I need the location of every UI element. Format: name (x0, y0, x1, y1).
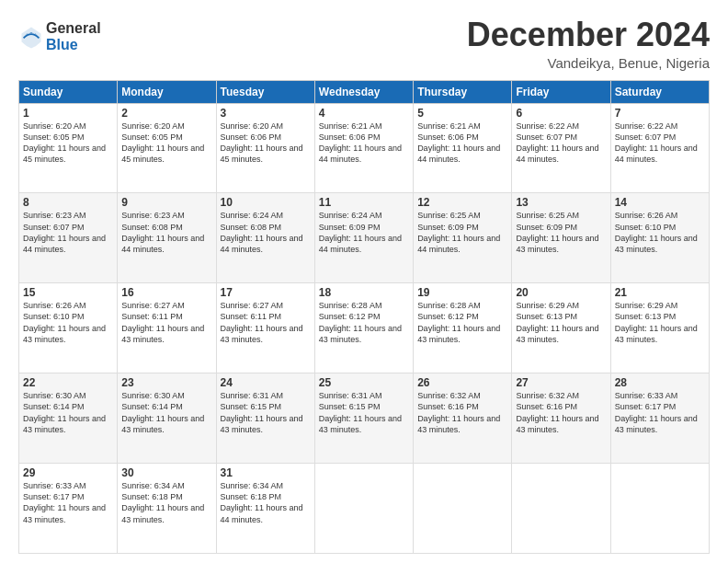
cell-info: Sunrise: 6:29 AMSunset: 6:13 PMDaylight:… (516, 301, 598, 343)
day-number: 25 (319, 376, 409, 389)
cell-info: Sunrise: 6:26 AMSunset: 6:10 PMDaylight:… (23, 301, 106, 343)
cell-info: Sunrise: 6:25 AMSunset: 6:09 PMDaylight:… (417, 211, 500, 253)
day-number: 28 (615, 376, 705, 389)
logo: General Blue (18, 20, 101, 52)
table-row: 25 Sunrise: 6:31 AMSunset: 6:15 PMDaylig… (314, 373, 413, 464)
table-row: 3 Sunrise: 6:20 AMSunset: 6:06 PMDayligh… (216, 103, 314, 193)
day-number: 6 (516, 107, 606, 120)
table-row: 16 Sunrise: 6:27 AMSunset: 6:11 PMDaylig… (118, 283, 216, 373)
day-number: 22 (23, 376, 113, 389)
day-number: 1 (23, 107, 113, 120)
day-number: 23 (121, 376, 211, 389)
table-row: 20 Sunrise: 6:29 AMSunset: 6:13 PMDaylig… (512, 283, 610, 373)
cell-info: Sunrise: 6:20 AMSunset: 6:05 PMDaylight:… (121, 121, 204, 164)
cell-info: Sunrise: 6:34 AMSunset: 6:18 PMDaylight:… (121, 481, 204, 523)
day-number: 9 (121, 196, 211, 209)
table-row: 13 Sunrise: 6:25 AMSunset: 6:09 PMDaylig… (512, 193, 610, 283)
cell-info: Sunrise: 6:31 AMSunset: 6:15 PMDaylight:… (319, 391, 402, 433)
day-number: 18 (319, 286, 409, 299)
table-row: 2 Sunrise: 6:20 AMSunset: 6:05 PMDayligh… (118, 103, 216, 193)
col-friday: Friday (512, 80, 610, 103)
cell-info: Sunrise: 6:33 AMSunset: 6:17 PMDaylight:… (615, 391, 698, 433)
table-row (414, 464, 512, 554)
day-number: 13 (516, 196, 606, 209)
day-number: 8 (23, 196, 113, 209)
day-number: 19 (417, 286, 507, 299)
cell-info: Sunrise: 6:32 AMSunset: 6:16 PMDaylight:… (516, 391, 598, 433)
cell-info: Sunrise: 6:21 AMSunset: 6:06 PMDaylight:… (417, 121, 500, 164)
day-number: 10 (221, 196, 311, 209)
calendar-week-row: 15 Sunrise: 6:26 AMSunset: 6:10 PMDaylig… (19, 283, 710, 373)
cell-info: Sunrise: 6:20 AMSunset: 6:06 PMDaylight:… (221, 121, 303, 164)
location: Vandeikya, Benue, Nigeria (467, 55, 710, 71)
table-row: 26 Sunrise: 6:32 AMSunset: 6:16 PMDaylig… (414, 373, 512, 464)
cell-info: Sunrise: 6:24 AMSunset: 6:09 PMDaylight:… (319, 211, 402, 253)
table-row: 22 Sunrise: 6:30 AMSunset: 6:14 PMDaylig… (19, 373, 118, 464)
cell-info: Sunrise: 6:20 AMSunset: 6:05 PMDaylight:… (23, 121, 106, 164)
cell-info: Sunrise: 6:29 AMSunset: 6:13 PMDaylight:… (615, 301, 698, 343)
cell-info: Sunrise: 6:31 AMSunset: 6:15 PMDaylight:… (221, 391, 303, 433)
cell-info: Sunrise: 6:33 AMSunset: 6:17 PMDaylight:… (23, 481, 106, 523)
cell-info: Sunrise: 6:30 AMSunset: 6:14 PMDaylight:… (23, 391, 106, 433)
table-row: 4 Sunrise: 6:21 AMSunset: 6:06 PMDayligh… (314, 103, 413, 193)
day-number: 5 (417, 107, 507, 120)
table-row: 27 Sunrise: 6:32 AMSunset: 6:16 PMDaylig… (512, 373, 610, 464)
calendar-week-row: 22 Sunrise: 6:30 AMSunset: 6:14 PMDaylig… (19, 373, 710, 464)
day-number: 20 (516, 286, 606, 299)
cell-info: Sunrise: 6:32 AMSunset: 6:16 PMDaylight:… (417, 391, 500, 433)
day-number: 14 (615, 196, 705, 209)
cell-info: Sunrise: 6:26 AMSunset: 6:10 PMDaylight:… (615, 211, 698, 253)
day-number: 12 (417, 196, 507, 209)
day-number: 27 (516, 376, 606, 389)
table-row: 12 Sunrise: 6:25 AMSunset: 6:09 PMDaylig… (414, 193, 512, 283)
table-row: 17 Sunrise: 6:27 AMSunset: 6:11 PMDaylig… (216, 283, 314, 373)
table-row (610, 464, 709, 554)
day-number: 24 (221, 376, 311, 389)
table-row: 14 Sunrise: 6:26 AMSunset: 6:10 PMDaylig… (610, 193, 709, 283)
cell-info: Sunrise: 6:25 AMSunset: 6:09 PMDaylight:… (516, 211, 598, 253)
calendar-header-row: Sunday Monday Tuesday Wednesday Thursday… (19, 80, 710, 103)
logo-text: General Blue (46, 20, 101, 52)
day-number: 7 (615, 107, 705, 120)
table-row: 7 Sunrise: 6:22 AMSunset: 6:07 PMDayligh… (610, 103, 709, 193)
table-row: 15 Sunrise: 6:26 AMSunset: 6:10 PMDaylig… (19, 283, 118, 373)
day-number: 30 (121, 466, 211, 479)
table-row: 8 Sunrise: 6:23 AMSunset: 6:07 PMDayligh… (19, 193, 118, 283)
day-number: 16 (121, 286, 211, 299)
table-row: 19 Sunrise: 6:28 AMSunset: 6:12 PMDaylig… (414, 283, 512, 373)
cell-info: Sunrise: 6:23 AMSunset: 6:08 PMDaylight:… (121, 211, 204, 253)
day-number: 21 (615, 286, 705, 299)
day-number: 15 (23, 286, 113, 299)
cell-info: Sunrise: 6:24 AMSunset: 6:08 PMDaylight:… (221, 211, 303, 253)
table-row: 28 Sunrise: 6:33 AMSunset: 6:17 PMDaylig… (610, 373, 709, 464)
table-row: 23 Sunrise: 6:30 AMSunset: 6:14 PMDaylig… (118, 373, 216, 464)
col-sunday: Sunday (19, 80, 118, 103)
day-number: 31 (221, 466, 311, 479)
col-tuesday: Tuesday (216, 80, 314, 103)
day-number: 17 (221, 286, 311, 299)
table-row: 1 Sunrise: 6:20 AMSunset: 6:05 PMDayligh… (19, 103, 118, 193)
cell-info: Sunrise: 6:27 AMSunset: 6:11 PMDaylight:… (221, 301, 303, 343)
col-wednesday: Wednesday (314, 80, 413, 103)
table-row: 6 Sunrise: 6:22 AMSunset: 6:07 PMDayligh… (512, 103, 610, 193)
table-row: 5 Sunrise: 6:21 AMSunset: 6:06 PMDayligh… (414, 103, 512, 193)
cell-info: Sunrise: 6:34 AMSunset: 6:18 PMDaylight:… (221, 481, 303, 523)
table-row: 24 Sunrise: 6:31 AMSunset: 6:15 PMDaylig… (216, 373, 314, 464)
table-row: 9 Sunrise: 6:23 AMSunset: 6:08 PMDayligh… (118, 193, 216, 283)
cell-info: Sunrise: 6:28 AMSunset: 6:12 PMDaylight:… (417, 301, 500, 343)
cell-info: Sunrise: 6:30 AMSunset: 6:14 PMDaylight:… (121, 391, 204, 433)
logo-blue-text: Blue (46, 37, 101, 53)
table-row (314, 464, 413, 554)
cell-info: Sunrise: 6:22 AMSunset: 6:07 PMDaylight:… (615, 121, 698, 164)
table-row: 21 Sunrise: 6:29 AMSunset: 6:13 PMDaylig… (610, 283, 709, 373)
calendar-week-row: 29 Sunrise: 6:33 AMSunset: 6:17 PMDaylig… (19, 464, 710, 554)
col-thursday: Thursday (414, 80, 512, 103)
logo-icon (18, 24, 44, 50)
day-number: 2 (121, 107, 211, 120)
day-number: 29 (23, 466, 113, 479)
cell-info: Sunrise: 6:21 AMSunset: 6:06 PMDaylight:… (319, 121, 402, 164)
day-number: 4 (319, 107, 409, 120)
title-block: December 2024 Vandeikya, Benue, Nigeria (467, 17, 710, 71)
day-number: 11 (319, 196, 409, 209)
col-monday: Monday (118, 80, 216, 103)
